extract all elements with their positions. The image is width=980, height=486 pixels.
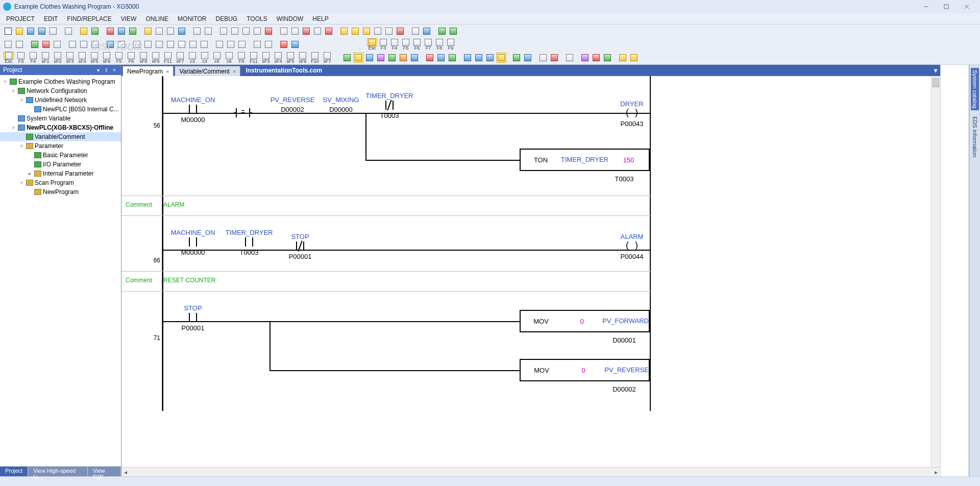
- toolbar-button[interactable]: [387, 53, 397, 63]
- toolbar-button[interactable]: [395, 26, 405, 36]
- panel-tab[interactable]: View P2P: [88, 467, 121, 476]
- ladder-element[interactable]: TIMER_DRYERT0003: [361, 92, 418, 119]
- tab-variable-comment[interactable]: Variable/Comment ×: [175, 66, 240, 76]
- menu-help[interactable]: HELP: [312, 15, 328, 22]
- side-tab-system-catalog[interactable]: System catalog: [971, 68, 979, 110]
- minimize-button[interactable]: [916, 0, 936, 13]
- toolbar-button[interactable]: [447, 53, 457, 63]
- panel-pin-icon[interactable]: ⇧: [103, 66, 110, 74]
- toolbar-button[interactable]: [290, 26, 300, 36]
- tree-item[interactable]: ▸Internal Parameter: [0, 169, 121, 178]
- toolbar-button[interactable]: [353, 53, 363, 63]
- menu-monitor[interactable]: MONITOR: [178, 15, 206, 22]
- toolbar-button[interactable]: [241, 26, 251, 36]
- tree-item[interactable]: I/O Parameter: [0, 160, 121, 169]
- compare-block[interactable]: =: [236, 108, 250, 117]
- toolbar-button[interactable]: [462, 53, 473, 63]
- tree-item[interactable]: System Variable: [0, 114, 121, 123]
- ladder-element[interactable]: ALARMP00044: [609, 233, 655, 260]
- toolbar-button[interactable]: [425, 53, 435, 63]
- panel-tab[interactable]: View High-speed Li...: [28, 467, 88, 476]
- tree-twisty-icon[interactable]: ▿: [2, 79, 8, 84]
- toolbar-button[interactable]: [218, 26, 229, 36]
- toolbar-button[interactable]: [41, 39, 51, 50]
- toolbar-button[interactable]: [252, 39, 262, 50]
- tree-item[interactable]: ▿Network Configuration: [0, 86, 121, 95]
- ladder-editor[interactable]: 56MACHINE_ONM00000=PV_REVERSED00002SV_MI…: [121, 76, 940, 467]
- tab-overflow-icon[interactable]: ▾: [934, 67, 937, 74]
- toolbar-button[interactable]: [67, 39, 78, 50]
- panel-tab[interactable]: Project: [0, 467, 28, 476]
- toolbar-button[interactable]: [580, 53, 590, 63]
- toolbar-button[interactable]: [398, 53, 408, 63]
- ladder-element[interactable]: STOPP00001: [277, 233, 323, 260]
- tab-close-icon[interactable]: ×: [233, 68, 236, 75]
- tree-twisty-icon[interactable]: ▿: [18, 143, 24, 149]
- menu-edit[interactable]: EDIT: [44, 15, 58, 22]
- toolbar-button[interactable]: [214, 39, 225, 50]
- tree-twisty-icon[interactable]: ▿: [10, 88, 16, 93]
- toolbar-button[interactable]: [37, 26, 47, 36]
- toolbar-button[interactable]: [154, 39, 164, 50]
- menu-tools[interactable]: TOOLS: [247, 15, 267, 22]
- comment-row[interactable]: CommentRESET COUNTER: [121, 271, 651, 291]
- tree-twisty-icon[interactable]: ▿: [18, 98, 24, 103]
- toolbar-button[interactable]: [26, 26, 36, 36]
- toolbar-button[interactable]: [373, 26, 383, 36]
- toolbar-button[interactable]: [538, 53, 548, 63]
- toolbar-button[interactable]: [279, 26, 289, 36]
- tree-item[interactable]: Basic Parameter: [0, 151, 121, 160]
- ladder-element[interactable]: TIMER_DRYERT0003: [221, 229, 277, 256]
- toolbar-button[interactable]: [290, 39, 300, 50]
- toolbar-button[interactable]: [143, 26, 153, 36]
- tree-item[interactable]: Variable/Comment: [0, 132, 121, 141]
- scrollbar-thumb[interactable]: [933, 78, 939, 87]
- toolbar-button[interactable]: [90, 26, 100, 36]
- toolbar-button[interactable]: [565, 53, 575, 63]
- toolbar-button[interactable]: [237, 39, 247, 50]
- maximize-button[interactable]: [936, 0, 957, 13]
- toolbar-button[interactable]: [361, 26, 372, 36]
- panel-dropdown-icon[interactable]: ▾: [94, 66, 102, 74]
- tree-twisty-icon[interactable]: ▸: [27, 171, 33, 176]
- tree-item[interactable]: ▿Undefined Network: [0, 95, 121, 105]
- ladder-scroll[interactable]: 56MACHINE_ONM00000=PV_REVERSED00002SV_MI…: [121, 76, 931, 467]
- ladder-element[interactable]: STOPP00001: [170, 305, 216, 332]
- toolbar-button[interactable]: [52, 39, 62, 50]
- toolbar-button[interactable]: [203, 26, 213, 36]
- horizontal-scrollbar[interactable]: ◂ ▸: [121, 467, 940, 476]
- close-button[interactable]: [957, 0, 977, 13]
- ladder-element[interactable]: DRYERP00043: [609, 101, 655, 128]
- toolbar-button[interactable]: [496, 53, 506, 63]
- toolbar-button[interactable]: [90, 39, 100, 50]
- tree-item[interactable]: ▿NewPLC(XGB-XBCXS)-Offline: [0, 123, 121, 132]
- toolbar-button[interactable]: [629, 53, 639, 63]
- toolbar-button[interactable]: [132, 39, 142, 50]
- toolbar-button[interactable]: [3, 39, 13, 50]
- toolbar-button[interactable]: [602, 53, 612, 63]
- toolbar-button[interactable]: [301, 26, 311, 36]
- toolbar-button[interactable]: [116, 26, 127, 36]
- toolbar-button[interactable]: [105, 26, 115, 36]
- toolbar-button[interactable]: [485, 53, 495, 63]
- toolbar-button[interactable]: [192, 26, 202, 36]
- tree-twisty-icon[interactable]: ▿: [10, 125, 16, 130]
- vertical-scrollbar[interactable]: [931, 76, 940, 467]
- toolbar-button[interactable]: [143, 39, 153, 50]
- tab-newprogram[interactable]: NewProgram ×: [122, 66, 174, 76]
- toolbar-button[interactable]: [226, 39, 236, 50]
- menu-view[interactable]: VIEW: [121, 15, 137, 22]
- panel-close-icon[interactable]: ×: [111, 66, 118, 74]
- toolbar-button[interactable]: [279, 39, 289, 50]
- toolbar-button[interactable]: [188, 39, 198, 50]
- project-tree[interactable]: ▿Example Clothes Washing Program▿Network…: [0, 75, 121, 466]
- menu-online[interactable]: ONLINE: [145, 15, 168, 22]
- toolbar-button[interactable]: [14, 39, 24, 50]
- toolbar-button[interactable]: [165, 39, 176, 50]
- toolbar-button[interactable]: [410, 26, 421, 36]
- comment-row[interactable]: CommentALARM: [121, 196, 651, 216]
- toolbar-button[interactable]: [63, 26, 74, 36]
- toolbar-button[interactable]: [376, 53, 386, 63]
- toolbar-button[interactable]: [263, 39, 274, 50]
- toolbar-button[interactable]: [30, 39, 40, 50]
